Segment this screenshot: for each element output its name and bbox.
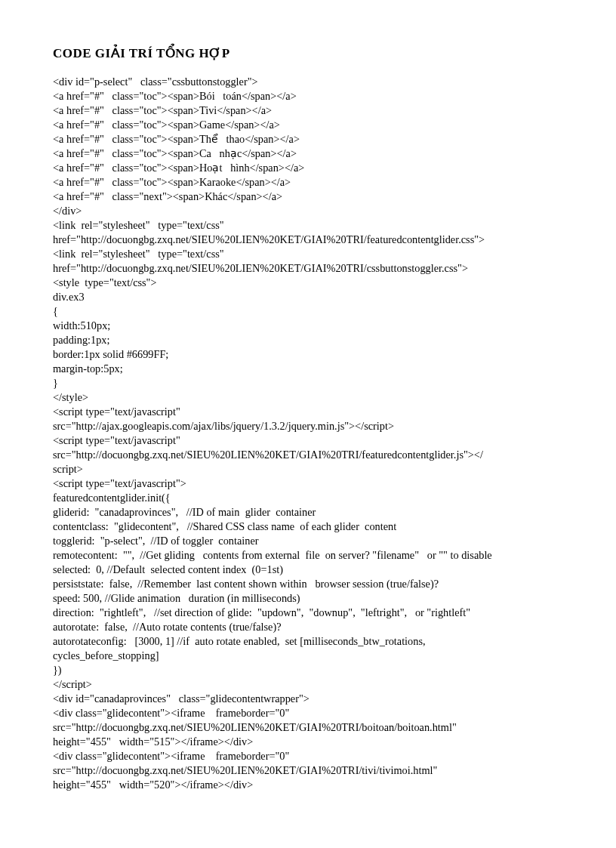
code-line: height="455" width="520"></iframe></div> xyxy=(53,778,563,792)
code-line: autorotateconfig: [3000, 1] //if auto ro… xyxy=(53,634,563,649)
code-line: <a href="#" class="toc"><span>Karaoke</s… xyxy=(53,175,563,190)
code-line: { xyxy=(53,304,563,319)
code-line: <a href="#" class="toc"><span>Game</span… xyxy=(53,118,563,132)
code-line: height="455" width="515"></iframe></div> xyxy=(53,735,563,749)
code-line: border:1px solid #6699FF; xyxy=(53,347,563,362)
code-line: <div class="glidecontent"><iframe frameb… xyxy=(53,706,563,720)
code-line: selected: 0, //Default selected content … xyxy=(53,563,563,577)
code-line: src="http://docuongbg.zxq.net/SIEU%20LIE… xyxy=(53,763,563,778)
page-title: CODE GIẢI TRÍ TỔNG HỢP xyxy=(53,45,563,61)
code-line: togglerid: "p-select", //ID of toggler c… xyxy=(53,534,563,548)
code-line: <a href="#" class="toc"><span>Thể thao</… xyxy=(53,132,563,146)
code-line: padding:1px; xyxy=(53,333,563,347)
code-line: }) xyxy=(53,663,563,677)
code-line: src="http://ajax.googleapis.com/ajax/lib… xyxy=(53,419,563,433)
code-line: src="http://docuongbg.zxq.net/SIEU%20LIE… xyxy=(53,720,563,735)
code-line: contentclass: "glidecontent", //Shared C… xyxy=(53,520,563,534)
code-line: <div id="canadaprovinces" class="glideco… xyxy=(53,692,563,706)
code-line: </div> xyxy=(53,204,563,218)
code-line: <link rel="stylesheet" type="text/css" xyxy=(53,247,563,261)
code-line: <style type="text/css"> xyxy=(53,276,563,290)
code-line: <div class="glidecontent"><iframe frameb… xyxy=(53,749,563,763)
code-line: <a href="#" class="toc"><span>Tivi</span… xyxy=(53,103,563,118)
code-line: href="http://docuongbg.zxq.net/SIEU%20LI… xyxy=(53,261,563,276)
code-line: <div id="p-select" class="cssbuttonstogg… xyxy=(53,75,563,89)
code-line: remotecontent: "", //Get gliding content… xyxy=(53,548,563,563)
code-line: script> xyxy=(53,462,563,476)
code-line: <link rel="stylesheet" type="text/css" xyxy=(53,218,563,233)
code-line: persiststate: false, //Remember last con… xyxy=(53,577,563,591)
code-line: direction: "rightleft", //set direction … xyxy=(53,606,563,620)
code-line: <script type="text/javascript" xyxy=(53,405,563,419)
code-line: href="http://docuongbg.zxq.net/SIEU%20LI… xyxy=(53,233,563,247)
code-line: <a href="#" class="toc"><span>Hoạt hình<… xyxy=(53,161,563,175)
code-line: autorotate: false, //Auto rotate content… xyxy=(53,620,563,634)
code-line: width:510px; xyxy=(53,319,563,333)
code-line: margin-top:5px; xyxy=(53,362,563,376)
code-line: </script> xyxy=(53,677,563,692)
code-line: <a href="#" class="next"><span>Khác</spa… xyxy=(53,190,563,204)
code-line: } xyxy=(53,376,563,390)
code-line: <a href="#" class="toc"><span>Bói toán</… xyxy=(53,89,563,103)
code-line: src="http://docuongbg.zxq.net/SIEU%20LIE… xyxy=(53,448,563,462)
code-line: <script type="text/javascript"> xyxy=(53,476,563,491)
document-page: CODE GIẢI TRÍ TỔNG HỢP <div id="p-select… xyxy=(0,0,616,837)
code-line: <a href="#" class="toc"><span>Ca nhạc</s… xyxy=(53,146,563,161)
code-line: <script type="text/javascript" xyxy=(53,433,563,448)
code-line: gliderid: "canadaprovinces", //ID of mai… xyxy=(53,505,563,520)
code-line: featuredcontentglider.init({ xyxy=(53,491,563,505)
code-line: speed: 500, //Glide animation duration (… xyxy=(53,591,563,606)
code-block: <div id="p-select" class="cssbuttonstogg… xyxy=(53,75,563,792)
code-line: cycles_before_stopping] xyxy=(53,649,563,663)
code-line: div.ex3 xyxy=(53,290,563,304)
code-line: </style> xyxy=(53,390,563,405)
